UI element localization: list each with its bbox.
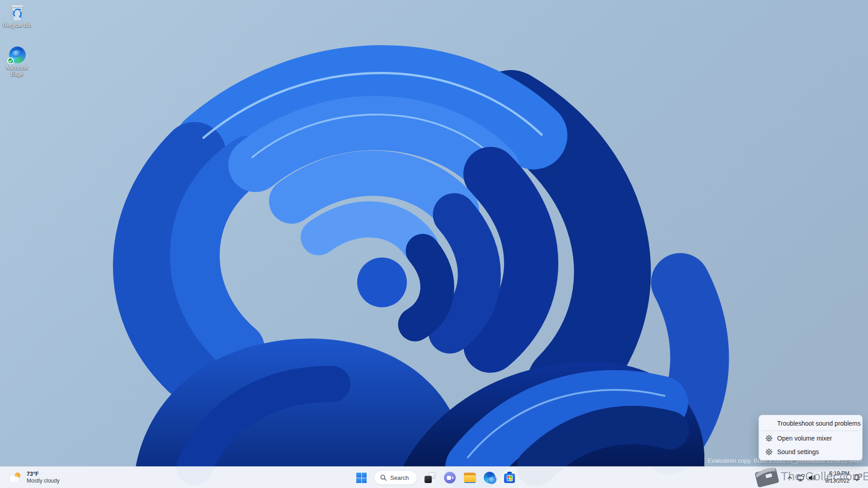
clock[interactable]: 6:19 PM 8/13/2022	[823, 469, 850, 486]
chevron-up-icon	[787, 474, 793, 481]
weather-temperature: 73°F	[27, 471, 60, 478]
gear-icon	[765, 448, 773, 455]
desktop-icon-microsoft-edge[interactable]: Microsoft Edge	[0, 45, 34, 78]
chat-button[interactable]	[441, 469, 459, 487]
network-icon	[797, 474, 805, 482]
task-view-icon	[425, 472, 435, 483]
sound-context-menu: Troubleshoot sound problems Open volume …	[759, 415, 863, 460]
chat-camera-icon	[444, 472, 456, 483]
file-explorer-button[interactable]	[461, 469, 479, 487]
menu-item-label: Sound settings	[777, 448, 819, 455]
menu-item-label: Open volume mixer	[777, 435, 832, 442]
taskbar: 73°F Mostly cloudy Search	[0, 466, 868, 488]
search-box[interactable]: Search	[374, 470, 417, 485]
file-explorer-icon	[464, 473, 476, 483]
tray-date: 8/13/2022	[824, 478, 849, 485]
sun-behind-cloud-icon	[7, 472, 23, 483]
desktop-icon-label: Recycle Bin	[3, 23, 31, 29]
windows-start-icon	[356, 473, 367, 483]
system-tray: 6:19 PM 8/13/2022 z z	[784, 467, 863, 488]
menu-item-open-volume-mixer[interactable]: Open volume mixer	[760, 432, 861, 445]
menu-item-sound-settings[interactable]: Sound settings	[760, 445, 861, 459]
hidden-icons-button[interactable]	[784, 469, 795, 487]
edge-icon	[8, 45, 26, 64]
tray-time: 6:19 PM	[824, 470, 849, 478]
green-check-badge	[7, 57, 14, 64]
svg-text:z: z	[860, 474, 861, 476]
menu-divider	[761, 431, 860, 431]
network-volume-button[interactable]	[795, 469, 818, 487]
task-view-button[interactable]	[421, 469, 439, 487]
edge-icon	[484, 472, 495, 483]
taskbar-center-apps: Search	[352, 469, 519, 487]
recycle-bin-icon	[8, 3, 26, 22]
menu-item-label: Troubleshoot sound problems	[777, 420, 861, 427]
volume-icon	[808, 474, 816, 481]
edge-button[interactable]	[481, 469, 499, 487]
start-button[interactable]	[352, 469, 370, 487]
search-label: Search	[390, 474, 409, 481]
microsoft-store-button[interactable]	[500, 469, 519, 487]
microsoft-store-icon	[504, 472, 515, 483]
do-not-disturb-bell-icon: z z	[853, 474, 862, 482]
weather-condition: Mostly cloudy	[27, 478, 60, 484]
notification-center-button[interactable]: z z	[852, 469, 863, 487]
desktop-icon-recycle-bin[interactable]: Recycle Bin	[0, 3, 34, 29]
menu-item-troubleshoot-sound[interactable]: Troubleshoot sound problems	[760, 417, 861, 430]
desktop-icon-label: Microsoft Edge	[0, 65, 34, 78]
desktop-wallpaper	[0, 0, 868, 488]
search-icon	[380, 474, 387, 481]
widgets-weather-button[interactable]: 73°F Mostly cloudy	[2, 467, 65, 488]
gear-icon	[765, 435, 773, 442]
